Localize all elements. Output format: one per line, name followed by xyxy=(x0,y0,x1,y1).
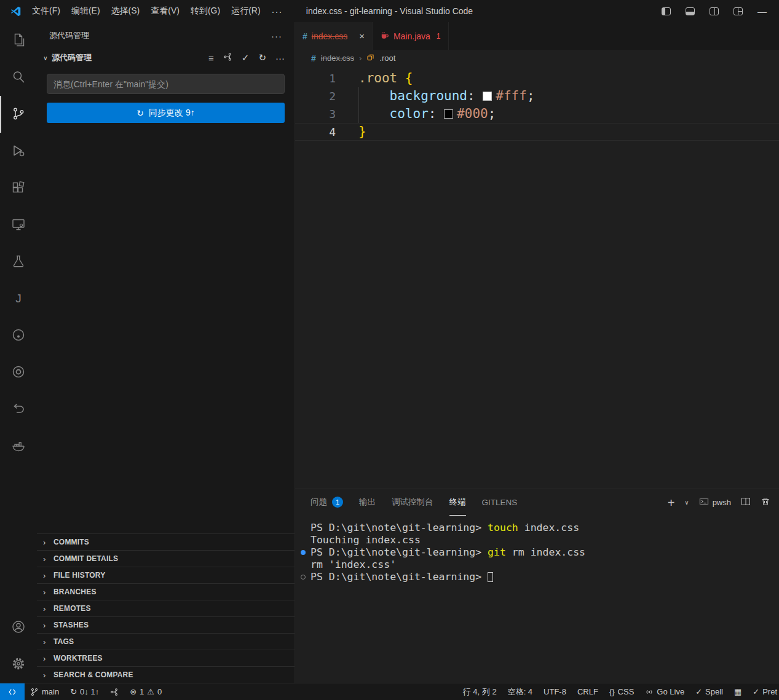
menu-more[interactable]: ··· xyxy=(266,3,288,20)
breadcrumb-file[interactable]: index.css xyxy=(321,53,354,63)
error-icon: ⊗ xyxy=(130,687,136,696)
panel-tab-3[interactable]: 终端 xyxy=(449,489,466,516)
split-terminal-icon[interactable] xyxy=(741,497,751,508)
sidebar-section-3[interactable]: ›BRANCHES xyxy=(37,583,295,600)
activity-settings[interactable] xyxy=(0,646,37,683)
beaker-icon xyxy=(11,254,26,270)
terminal-dropdown-icon[interactable]: ∨ xyxy=(684,499,689,506)
prettier[interactable]: ✓Pret xyxy=(747,683,779,700)
breadcrumb-symbol[interactable]: .root xyxy=(379,53,395,63)
title-bar: 文件(F)编辑(E)选择(S)查看(V)转到(G)运行(R)··· index.… xyxy=(0,0,779,22)
kill-terminal-icon[interactable] xyxy=(761,497,770,508)
language-mode[interactable]: {}CSS xyxy=(604,683,639,700)
source-control-section-header[interactable]: ∨ 源代码管理 ≡ ✓ ↻ ··· xyxy=(37,49,295,66)
token: } xyxy=(358,124,366,139)
panel-tab-2[interactable]: 调试控制台 xyxy=(392,489,433,516)
terminal-text: rm index.css xyxy=(506,546,585,558)
code-line[interactable]: 3 color: #000; xyxy=(295,105,779,123)
view-as-list-icon[interactable]: ≡ xyxy=(208,53,214,63)
sidebar-section-6[interactable]: ›TAGS xyxy=(37,633,295,650)
extension-grid[interactable]: ▦ xyxy=(729,683,747,700)
toggle-panel-icon[interactable] xyxy=(686,7,695,15)
sync-status[interactable]: ↻0↓ 1↑ xyxy=(65,683,105,700)
menu-item-0[interactable]: 文件(F) xyxy=(26,2,66,20)
branch-status[interactable]: main xyxy=(25,683,65,700)
close-icon[interactable]: × xyxy=(359,31,365,41)
panel-tabs: 问题1输出调试控制台终端GITLENS xyxy=(310,489,517,516)
go-live[interactable]: Go Live xyxy=(639,683,690,700)
remote-icon xyxy=(8,688,17,696)
sidebar-section-8[interactable]: ›SEARCH & COMPARE xyxy=(37,666,295,683)
toggle-secondary-sidebar-icon[interactable] xyxy=(710,7,719,15)
new-terminal-icon[interactable]: + xyxy=(668,497,675,509)
customize-layout-icon[interactable] xyxy=(734,7,743,15)
tab-problems-badge: 1 xyxy=(437,32,441,41)
menu-item-2[interactable]: 选择(S) xyxy=(106,2,146,20)
panel-tab-4[interactable]: GITLENS xyxy=(482,489,518,516)
sidebar-section-1[interactable]: ›COMMIT DETAILS xyxy=(37,550,295,567)
sidebar-section-5[interactable]: ›STASHES xyxy=(37,616,295,633)
token: ; xyxy=(527,88,535,103)
menu-item-5[interactable]: 运行(R) xyxy=(226,2,266,20)
extension-j-icon: J xyxy=(15,292,22,305)
breadcrumb[interactable]: # index.css › .root xyxy=(295,50,779,66)
command-decoration[interactable] xyxy=(301,575,306,580)
menu-item-3[interactable]: 查看(V) xyxy=(145,2,185,20)
activity-docker[interactable] xyxy=(0,428,37,465)
activity-remote-explorer[interactable] xyxy=(0,206,37,243)
activity-extension-j[interactable]: J xyxy=(0,280,37,317)
encoding[interactable]: UTF-8 xyxy=(538,683,572,700)
command-decoration[interactable] xyxy=(301,550,306,555)
color-swatch[interactable] xyxy=(483,92,492,101)
menu-item-4[interactable]: 转到(G) xyxy=(185,2,226,20)
activity-source-control[interactable] xyxy=(0,96,37,133)
spell-checker[interactable]: ✓Spell xyxy=(690,683,729,700)
status-bar-left: main↻0↓ 1↑⊗1⚠0 xyxy=(0,683,167,700)
activity-extensions[interactable] xyxy=(0,170,37,206)
color-swatch[interactable] xyxy=(444,109,453,119)
refresh-icon[interactable]: ↻ xyxy=(258,52,266,63)
cursor-position[interactable]: 行 4, 列 2 xyxy=(457,683,502,700)
sidebar-section-7[interactable]: ›WORKTREES xyxy=(37,650,295,666)
sidebar-section-0[interactable]: ›COMMITS xyxy=(37,533,295,550)
more-actions-icon[interactable]: ··· xyxy=(271,31,282,41)
tab-index-css[interactable]: # index.css × xyxy=(295,22,373,50)
activity-extension-circle[interactable] xyxy=(0,317,37,354)
broadcast-icon xyxy=(645,688,654,696)
tab-main-java[interactable]: Main.java 1 xyxy=(373,22,449,50)
problems-status[interactable]: ⊗1⚠0 xyxy=(124,683,167,700)
indentation[interactable]: 空格: 4 xyxy=(502,683,538,700)
sync-changes-button[interactable]: ↻ 同步更改 9↑ xyxy=(47,103,285,123)
activity-testing[interactable] xyxy=(0,243,37,280)
commit-graph-icon[interactable] xyxy=(223,52,232,63)
activity-explorer[interactable] xyxy=(0,22,37,59)
indent-guide xyxy=(358,105,359,123)
menu-item-1[interactable]: 编辑(E) xyxy=(66,2,106,20)
source-control-graph[interactable] xyxy=(105,683,124,700)
sidebar-section-2[interactable]: ›FILE HISTORY xyxy=(37,567,295,583)
terminal-profile[interactable]: pwsh xyxy=(699,497,731,508)
activity-accounts[interactable] xyxy=(0,609,37,646)
terminal[interactable]: PS D:\git\note\git-learning> touch index… xyxy=(295,516,779,683)
code-line[interactable]: 1.root { xyxy=(295,69,779,87)
remote-indicator[interactable] xyxy=(0,683,25,700)
section-more-icon[interactable]: ··· xyxy=(275,53,285,63)
commit-check-icon[interactable]: ✓ xyxy=(242,52,250,63)
activity-search[interactable] xyxy=(0,59,37,96)
activity-gitlens[interactable] xyxy=(0,391,37,428)
code-editor[interactable]: 1.root {2 background: #fff;3 color: #000… xyxy=(295,66,779,489)
status-label: 0 xyxy=(157,687,162,696)
activity-run-debug[interactable] xyxy=(0,133,37,170)
code-line[interactable]: 2 background: #fff; xyxy=(295,87,779,105)
panel-tab-0[interactable]: 问题1 xyxy=(310,489,343,516)
sidebar-section-4[interactable]: ›REMOTES xyxy=(37,600,295,616)
token: .root xyxy=(358,71,405,85)
code-line[interactable]: 4} xyxy=(295,123,779,141)
minimize-button[interactable]: — xyxy=(757,7,767,16)
panel-tab-1[interactable]: 输出 xyxy=(359,489,376,516)
eol[interactable]: CRLF xyxy=(572,683,604,700)
commit-message-input[interactable] xyxy=(47,74,285,94)
activity-live-server[interactable] xyxy=(0,354,37,391)
status-label: CRLF xyxy=(577,687,598,696)
toggle-sidebar-icon[interactable] xyxy=(662,7,671,15)
